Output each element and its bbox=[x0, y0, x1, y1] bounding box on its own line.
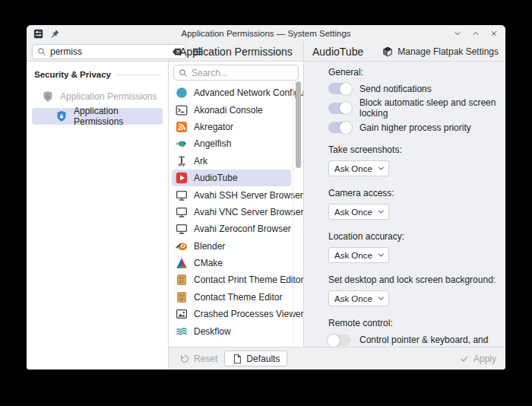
permission-sections: Take screenshots:Ask OnceCamera access:A… bbox=[328, 144, 498, 306]
sidebar-items: Application PermissionsApplication Permi… bbox=[32, 88, 163, 125]
toggle-row: Gain higher process priority bbox=[328, 122, 498, 133]
list-gutter bbox=[293, 83, 293, 345]
remote-control-toggle-label: Control pointer & keyboard, and share sc… bbox=[359, 334, 498, 347]
sidebar-search[interactable] bbox=[32, 44, 186, 59]
permission-section: Set desktop and lock screen background:A… bbox=[328, 274, 498, 306]
reset-icon bbox=[179, 354, 190, 364]
chevron-down-icon bbox=[376, 293, 386, 303]
app-list-item[interactable]: Avahi SSH Server Browser bbox=[172, 186, 291, 203]
search-icon bbox=[179, 68, 188, 78]
apply-label: Apply bbox=[473, 354, 496, 364]
permission-section: Camera access:Ask Once bbox=[328, 188, 498, 220]
sidebar-search-input[interactable] bbox=[50, 46, 168, 57]
app-list: Advanced Network ConfigurationAkonadi Co… bbox=[169, 83, 303, 347]
reset-button[interactable]: Reset bbox=[179, 354, 217, 364]
sidebar: Security & Privacy Application Permissio… bbox=[27, 62, 169, 347]
manage-flatpak-label: Manage Flatpak Settings bbox=[397, 46, 499, 57]
sidebar-item-application-permissions[interactable]: Application Permissions bbox=[32, 88, 163, 105]
app-list-item[interactable]: Akonadi Console bbox=[172, 101, 291, 118]
app-list-item[interactable]: Contact Theme Editor bbox=[172, 289, 291, 306]
app-list-item[interactable]: Blender bbox=[172, 238, 291, 255]
app-list-item-label: Crashed Processes Viewer bbox=[194, 309, 303, 319]
app-search[interactable] bbox=[173, 65, 299, 81]
app-list-item[interactable]: CMake bbox=[172, 255, 291, 271]
monitor-icon bbox=[176, 189, 188, 201]
card-icon bbox=[176, 291, 188, 303]
monitor-icon bbox=[176, 206, 188, 218]
pin-icon[interactable] bbox=[50, 29, 60, 39]
app-list-item-label: AudioTube bbox=[194, 173, 238, 183]
sidebar-section-security-privacy: Security & Privacy bbox=[34, 70, 161, 79]
chevron-down-icon bbox=[376, 163, 386, 173]
permission-label: Take screenshots: bbox=[328, 144, 498, 155]
shield-gray-icon bbox=[42, 90, 54, 103]
window-controls bbox=[453, 29, 499, 38]
permission-select[interactable]: Ask Once bbox=[328, 204, 389, 220]
terminal-icon bbox=[176, 104, 188, 116]
permission-select[interactable]: Ask Once bbox=[328, 247, 389, 263]
titlebar[interactable]: Application Permissions — System Setting… bbox=[27, 25, 505, 42]
permission-select[interactable]: Ask Once bbox=[328, 290, 389, 306]
permission-select[interactable]: Ask Once bbox=[328, 160, 389, 176]
play-icon bbox=[176, 172, 188, 184]
app-list-item-label: Avahi Zeroconf Browser bbox=[194, 224, 291, 234]
photo-icon bbox=[176, 308, 188, 320]
toggle-row: Block automatic sleep and screen locking bbox=[328, 97, 498, 119]
sidebar-footer-area bbox=[27, 347, 169, 370]
sidebar-item-application-permissions[interactable]: Application Permissions bbox=[32, 108, 163, 125]
app-list-item[interactable]: Deskflow bbox=[172, 322, 291, 339]
remote-control-label: Remote control: bbox=[328, 318, 498, 328]
general-toggles: Send notificationsBlock automatic sleep … bbox=[328, 83, 498, 133]
app-list-scrollbar[interactable] bbox=[296, 81, 301, 168]
maximize-button[interactable] bbox=[471, 29, 480, 38]
flatpak-icon bbox=[382, 46, 393, 57]
remote-control-toggle[interactable] bbox=[328, 335, 351, 346]
app-list-item-label: Contact Print Theme Editor bbox=[194, 274, 303, 285]
detail-header: AudioTube Manage Flatpak Settings bbox=[304, 42, 505, 61]
chevron-down-icon bbox=[376, 207, 386, 217]
window-title: Application Permissions — System Setting… bbox=[27, 29, 505, 38]
footer: Reset Defaults Apply bbox=[169, 347, 505, 370]
apply-button[interactable]: Apply bbox=[459, 354, 499, 364]
close-button[interactable] bbox=[489, 29, 499, 38]
app-list-item-label: Blender bbox=[194, 241, 225, 252]
cmake-icon bbox=[176, 257, 188, 269]
app-list-item[interactable]: AudioTube bbox=[172, 170, 291, 186]
toggle-switch[interactable] bbox=[328, 122, 351, 133]
permission-section: Location accuracy:Ask Once bbox=[328, 231, 498, 263]
clamp-icon bbox=[176, 155, 188, 167]
toggle-label: Block automatic sleep and screen locking bbox=[359, 97, 498, 119]
app-list-item[interactable]: Akregator bbox=[172, 119, 291, 135]
app-list-item[interactable]: Advanced Network Configuration bbox=[172, 84, 291, 101]
permission-select-value: Ask Once bbox=[334, 294, 372, 303]
app-list-item[interactable]: Crashed Processes Viewer bbox=[172, 306, 291, 322]
fish-icon bbox=[176, 138, 188, 150]
chevron-down-icon bbox=[376, 250, 386, 260]
rss-icon bbox=[176, 121, 188, 133]
app-list-item[interactable]: Contact Print Theme Editor bbox=[172, 271, 291, 288]
permission-select-value: Ask Once bbox=[334, 251, 372, 260]
sidebar-item-label: Application Permissions bbox=[60, 91, 157, 102]
app-list-item[interactable]: Avahi Zeroconf Browser bbox=[172, 220, 291, 237]
app-list-item-label: Deskflow bbox=[194, 326, 231, 337]
app-list-item[interactable]: Ark bbox=[172, 153, 291, 170]
minimize-button[interactable] bbox=[453, 29, 462, 38]
permission-label: Set desktop and lock screen background: bbox=[328, 274, 498, 285]
permission-label: Camera access: bbox=[328, 188, 498, 198]
search-icon bbox=[37, 47, 46, 56]
app-list-item[interactable]: Angelfish bbox=[172, 135, 291, 152]
permission-select-value: Ask Once bbox=[334, 208, 372, 217]
toggle-switch[interactable] bbox=[328, 103, 351, 114]
list-panel-title: Application Permissions bbox=[169, 42, 304, 61]
shield-blue-icon bbox=[55, 110, 68, 122]
toggle-label: Send notifications bbox=[359, 84, 432, 94]
toggle-label: Gain higher process priority bbox=[359, 122, 471, 133]
defaults-button[interactable]: Defaults bbox=[224, 350, 287, 366]
manage-flatpak-settings-button[interactable]: Manage Flatpak Settings bbox=[382, 46, 499, 57]
app-list-item[interactable]: Avahi VNC Server Browser bbox=[172, 204, 291, 220]
app-list-panel: Advanced Network ConfigurationAkonadi Co… bbox=[169, 62, 304, 347]
detail-panel: General: Send notificationsBlock automat… bbox=[304, 62, 505, 347]
sidebar-section-title: Security & Privacy bbox=[34, 70, 111, 79]
toggle-switch[interactable] bbox=[328, 83, 351, 94]
app-search-input[interactable] bbox=[192, 68, 293, 78]
